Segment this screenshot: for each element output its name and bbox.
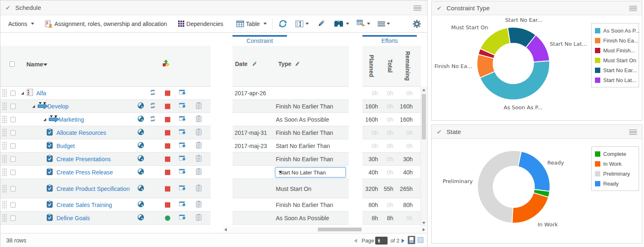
clipboard-icon[interactable] — [196, 155, 202, 164]
collapse-icon[interactable] — [21, 92, 24, 95]
constraints-indicator-icon[interactable] — [162, 60, 169, 68]
planned-column-header[interactable]: Planned — [368, 55, 375, 77]
clipboard-icon[interactable] — [196, 214, 202, 223]
constraint-date-cell[interactable]: 2017-maj-31 — [235, 129, 267, 136]
constraint-type-cell[interactable]: As Soon As Possible — [276, 116, 329, 123]
clipboard-icon[interactable] — [196, 168, 202, 177]
table-row-allocate-resources[interactable]: Allocate Resources2017-maj-31Finish No E… — [0, 126, 421, 139]
globe-icon[interactable] — [137, 214, 144, 223]
scroll-down-icon[interactable] — [422, 222, 425, 224]
donut-slice-ready[interactable] — [518, 151, 550, 191]
status-red-icon[interactable] — [165, 157, 170, 162]
collapse-icon[interactable] — [32, 105, 35, 108]
table-row-budget[interactable]: Budget2017-maj-23Start No Earlier Than0h… — [0, 139, 421, 153]
next-page-button[interactable] — [402, 239, 404, 243]
clipboard-icon[interactable] — [196, 102, 202, 111]
scroll-up-icon[interactable] — [422, 89, 425, 91]
continuous-view-toggle[interactable] — [418, 237, 423, 243]
add-window-icon[interactable] — [179, 129, 186, 137]
previous-page-button[interactable] — [354, 239, 357, 243]
status-red-icon[interactable] — [165, 202, 170, 208]
clipboard-icon[interactable] — [196, 142, 202, 151]
sort-descending-icon[interactable] — [43, 64, 47, 66]
name-link[interactable]: Create Sales Training — [56, 202, 112, 208]
legend-item-must-start-on[interactable]: Must Start On — [595, 55, 635, 65]
status-red-icon[interactable] — [165, 91, 170, 96]
panel-menu-icon[interactable] — [629, 129, 637, 135]
name-link[interactable]: Define Goals — [56, 215, 90, 221]
add-window-icon[interactable] — [179, 169, 186, 176]
scroll-right-icon[interactable] — [423, 228, 425, 231]
scrollbar-thumb[interactable] — [318, 228, 362, 231]
assignment-button[interactable]: Assignment, roles, ownership and allocat… — [45, 20, 169, 28]
name-link[interactable]: Allocate Resources — [56, 129, 106, 136]
legend-item-preliminary[interactable]: Preliminary — [595, 169, 635, 179]
legend-item-as-soon-as-p[interactable]: As Soon As P... — [595, 26, 635, 35]
drag-handle[interactable] — [2, 115, 7, 124]
add-window-icon[interactable] — [179, 201, 186, 209]
add-window-icon[interactable] — [179, 103, 186, 111]
constraint-date-cell[interactable]: 2017-apr-26 — [235, 90, 266, 96]
actions-menu-button[interactable]: Actions — [6, 21, 34, 27]
date-column-header[interactable]: Date — [235, 61, 247, 67]
sync-icon[interactable] — [149, 89, 156, 97]
name-link[interactable]: Budget — [56, 143, 75, 149]
add-window-icon[interactable] — [179, 155, 186, 163]
add-window-icon[interactable] — [179, 185, 186, 193]
table-view-button[interactable]: Table — [236, 21, 267, 27]
scroll-left-icon[interactable] — [224, 228, 227, 231]
add-window-icon[interactable] — [179, 214, 186, 222]
fill-down-button[interactable] — [357, 20, 370, 28]
row-checkbox[interactable] — [10, 202, 16, 208]
name-link[interactable]: Create Press Release — [56, 169, 113, 176]
page-select[interactable]: 1 — [375, 237, 388, 245]
name-link[interactable]: Develop — [47, 103, 68, 110]
row-checkbox[interactable] — [10, 186, 16, 191]
horizontal-scrollbar[interactable] — [223, 226, 426, 233]
legend-item-in-work[interactable]: In Work — [595, 159, 635, 169]
view-menu-button[interactable] — [378, 21, 390, 27]
total-column-header[interactable]: Total — [387, 59, 393, 73]
legend-item-must-finish[interactable]: Must Finish... — [595, 45, 635, 55]
globe-icon[interactable] — [137, 102, 144, 111]
clipboard-icon[interactable] — [196, 201, 202, 209]
find-button[interactable] — [333, 20, 349, 28]
scrollbar-thumb[interactable] — [422, 94, 426, 139]
table-row-alfa[interactable]: Alfa2017-apr-260h0h0h — [0, 87, 421, 100]
table-row-create-product-specification[interactable]: Create Product SpecificationMust Start O… — [0, 179, 421, 198]
sync-icon[interactable] — [149, 103, 156, 111]
name-link[interactable]: Create Presentations — [56, 156, 111, 162]
drag-handle[interactable] — [2, 142, 7, 151]
row-checkbox[interactable] — [10, 104, 16, 109]
table-row-marketing[interactable]: MarketingAs Soon As Possible160h0h160h — [0, 113, 421, 126]
constraint-type-select[interactable]: Start No Later Than — [275, 167, 346, 178]
add-window-icon[interactable] — [179, 116, 186, 124]
drag-handle[interactable] — [2, 129, 7, 137]
constraint-type-cell[interactable]: Finish No Earlier Than — [276, 156, 333, 162]
globe-icon[interactable] — [137, 168, 144, 177]
row-checkbox[interactable] — [10, 117, 16, 122]
globe-icon[interactable] — [137, 201, 144, 209]
refresh-button[interactable] — [278, 19, 288, 28]
legend-item-ready[interactable]: Ready — [595, 179, 635, 188]
status-red-icon[interactable] — [165, 186, 170, 191]
edit-button[interactable] — [316, 19, 326, 28]
drag-handle[interactable] — [2, 201, 7, 209]
constraint-date-cell[interactable]: 2017-maj-23 — [235, 143, 267, 149]
vertical-scrollbar[interactable] — [421, 87, 427, 226]
name-column-header[interactable]: Name — [26, 61, 43, 68]
dependencies-button[interactable]: Dependencies — [178, 21, 226, 27]
panel-menu-icon[interactable] — [414, 5, 421, 11]
status-red-icon[interactable] — [165, 130, 170, 136]
drag-handle[interactable] — [2, 89, 7, 98]
type-column-header[interactable]: Type — [278, 61, 291, 67]
donut-slice-in-work[interactable] — [512, 193, 548, 223]
legend-item-start-no-lat[interactable]: Start No Lat... — [595, 75, 635, 85]
add-window-icon[interactable] — [179, 89, 186, 97]
drag-handle[interactable] — [2, 184, 7, 193]
table-row-define-goals[interactable]: Define GoalsAs Soon As Possible8h8h0h — [0, 212, 421, 225]
row-checkbox[interactable] — [10, 143, 16, 149]
status-red-icon[interactable] — [165, 170, 170, 175]
clipboard-icon[interactable] — [196, 184, 202, 193]
table-row-develop[interactable]: DevelopFinish No Earlier Than160h0h160h — [0, 100, 421, 113]
